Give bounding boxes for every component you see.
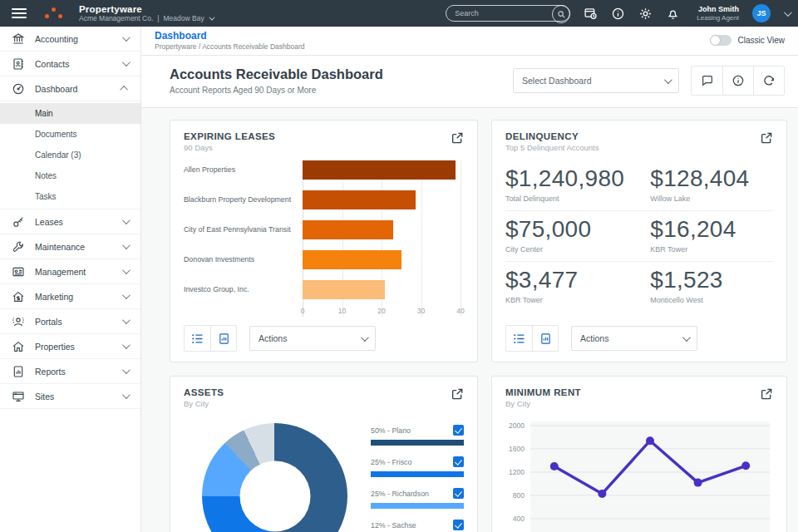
search-box[interactable]	[446, 5, 570, 22]
classic-view-toggle[interactable]	[710, 35, 732, 46]
divider: |	[157, 15, 159, 23]
sidebar-item-properties[interactable]: Properties	[0, 334, 140, 359]
breadcrumb-bar: Dashboard Propertyware / Accounts Receiv…	[141, 27, 798, 56]
settings-gear-icon[interactable]	[638, 7, 653, 21]
bar-row: Donovan Investments	[184, 250, 464, 269]
sidebar-item-accounting[interactable]: Accounting	[0, 27, 140, 52]
classic-view-label: Classic View	[738, 36, 786, 45]
stat-label: Monticello West	[650, 296, 773, 304]
topbar: Propertyware Acme Management Co. | Meado…	[0, 0, 798, 27]
page-header: Accounts Receivable Dashboard Account Re…	[141, 56, 798, 108]
x-axis-tick: 10	[338, 307, 346, 315]
sidebar-item-management[interactable]: Management	[0, 259, 140, 284]
legend-label: 50% - Plano	[371, 426, 411, 435]
sidebar-subitem-notes[interactable]: Notes	[0, 165, 140, 186]
stat-label: City Center	[505, 245, 650, 254]
data-point	[741, 461, 750, 470]
comments-icon[interactable]	[692, 66, 722, 95]
search-icon[interactable]	[552, 5, 570, 23]
sidebar-item-maintenance[interactable]: Maintenance	[0, 234, 140, 259]
sidebar-item-reports[interactable]: Reports	[0, 359, 140, 384]
idcard-icon	[12, 265, 25, 278]
bar-label: Investco Group, Inc.	[184, 285, 303, 293]
open-report-icon[interactable]	[760, 131, 773, 145]
legend-checkbox[interactable]	[453, 425, 464, 436]
x-axis-tick: 20	[377, 307, 385, 315]
stat-label: KBR Tower	[505, 296, 650, 304]
open-report-icon[interactable]	[760, 387, 773, 401]
brand-block: Propertyware Acme Management Co. | Meado…	[79, 4, 213, 23]
refresh-icon[interactable]	[753, 66, 784, 95]
avatar[interactable]: JS	[752, 4, 771, 22]
chevron-down-icon	[122, 316, 131, 324]
actions-dropdown[interactable]: Actions	[249, 326, 376, 351]
select-dashboard-dropdown[interactable]: Select Dashboard	[513, 68, 679, 93]
sidebar-item-contacts[interactable]: Contacts	[0, 52, 140, 76]
actions-dropdown[interactable]: Actions	[571, 326, 697, 351]
list-view-icon[interactable]	[185, 326, 210, 351]
legend-checkbox[interactable]	[453, 488, 464, 499]
bar	[303, 160, 456, 180]
open-report-icon[interactable]	[451, 131, 464, 145]
sidebar-item-marketing[interactable]: Marketing	[0, 284, 140, 309]
legend-item-sachse: 12% - Sachse	[371, 520, 464, 532]
recent-activity-icon[interactable]	[584, 7, 598, 21]
stat-cell: $16,204KBR Tower	[650, 216, 773, 254]
menu-icon[interactable]	[12, 8, 27, 18]
open-report-icon[interactable]	[451, 387, 464, 401]
breadcrumb-page-link[interactable]: Dashboard	[155, 30, 304, 42]
sidebar-item-portals[interactable]: Portals	[0, 309, 140, 334]
bar-row: Allen Properties	[184, 160, 464, 180]
panel-subtitle: 90 Days	[184, 143, 275, 152]
main-content: Dashboard Propertyware / Accounts Receiv…	[141, 27, 798, 532]
dashboard-icon	[12, 82, 25, 96]
notifications-bell-icon[interactable]	[666, 7, 680, 21]
dashboard-info-icon[interactable]	[722, 66, 753, 95]
panel-title: DELINQUENCY	[505, 131, 599, 141]
bar-label: Blackburn Property Development	[184, 195, 303, 204]
sidebar-subitem-calendar-3[interactable]: Calendar (3)	[0, 145, 140, 165]
sidebar-item-leases[interactable]: Leases	[0, 209, 140, 234]
chevron-down-icon	[122, 266, 131, 274]
chevron-down-icon	[664, 76, 672, 84]
sidebar-item-dashboard[interactable]: Dashboard	[0, 76, 140, 101]
search-input[interactable]	[455, 9, 542, 17]
legend-color-bar	[371, 471, 464, 477]
house-icon	[12, 340, 25, 353]
panel-title: EXPIRING LEASES	[184, 131, 275, 141]
bar-label: Allen Properties	[184, 165, 303, 174]
export-report-icon[interactable]	[210, 326, 236, 351]
export-report-icon[interactable]	[532, 326, 558, 351]
breadcrumb-path: Propertyware / Accounts Receivable Dashb…	[155, 42, 304, 51]
sites-icon	[12, 390, 25, 403]
bar	[303, 280, 385, 299]
expiring-leases-bar-chart: Allen PropertiesBlackburn Property Devel…	[184, 160, 464, 317]
location-selector[interactable]: Meadow Bay	[164, 15, 204, 23]
sidebar-item-label: Management	[35, 267, 122, 277]
user-menu-chevron-icon[interactable]	[784, 8, 792, 17]
bar	[303, 190, 416, 209]
stat-value: $16,204	[650, 216, 773, 243]
user-info: John Smith Leasing Agent	[697, 5, 739, 22]
bar	[303, 220, 393, 239]
legend-checkbox[interactable]	[453, 456, 464, 467]
list-view-icon[interactable]	[506, 326, 532, 351]
sidebar-item-sites[interactable]: Sites	[0, 384, 140, 409]
legend-item-frisco: 25% - Frisco	[371, 456, 464, 477]
sidebar-item-label: Sites	[35, 392, 122, 401]
sidebar-item-label: Contacts	[35, 59, 122, 69]
sidebar-subitem-tasks[interactable]: Tasks	[0, 186, 140, 207]
chevron-down-icon	[122, 216, 131, 224]
x-axis-tick: 0	[301, 307, 305, 315]
data-point	[646, 436, 654, 445]
info-icon[interactable]	[611, 7, 625, 21]
sidebar-subitem-documents[interactable]: Documents	[0, 124, 140, 145]
legend-label: 25% - Frisco	[371, 458, 411, 466]
legend-label: 25% - Richardson	[371, 490, 429, 498]
user-role: Leasing Agent	[697, 14, 739, 22]
sidebar-subitem-main[interactable]: Main	[0, 103, 140, 124]
x-axis-tick: 30	[417, 307, 425, 315]
report-icon	[12, 365, 25, 378]
stat-value: $1,240,980	[505, 165, 650, 192]
legend-checkbox[interactable]	[453, 520, 464, 530]
